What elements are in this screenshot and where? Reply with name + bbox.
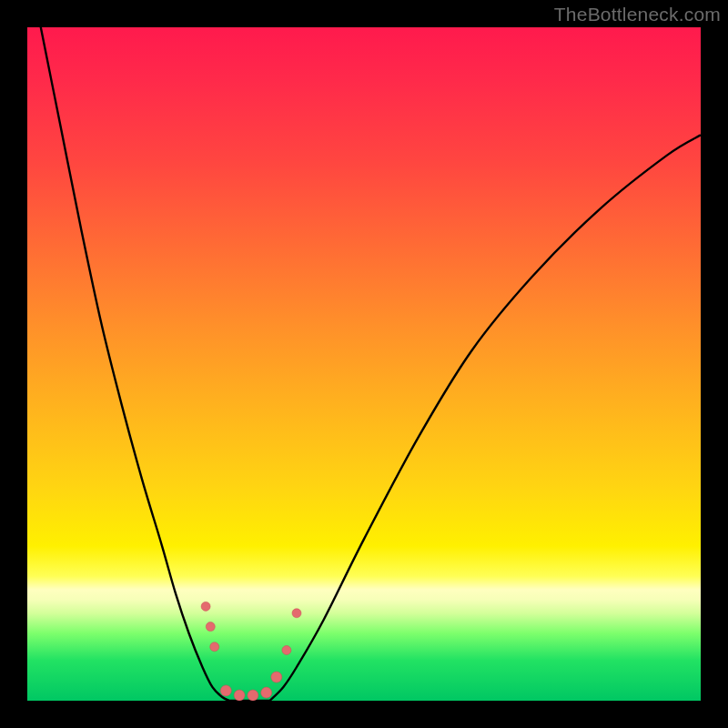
data-marker <box>261 687 272 698</box>
bottleneck-curve <box>27 27 701 701</box>
data-marker <box>248 690 258 701</box>
data-marker <box>210 642 219 652</box>
data-marker <box>292 609 301 618</box>
data-marker <box>220 685 231 696</box>
chart-stage: TheBottleneck.com <box>0 0 728 728</box>
data-marker <box>271 672 282 682</box>
data-marker <box>234 690 245 701</box>
data-marker <box>201 602 210 611</box>
data-marker <box>282 646 291 655</box>
watermark-text: TheBottleneck.com <box>554 4 721 25</box>
data-markers <box>201 602 301 701</box>
plot-area <box>27 27 701 701</box>
data-marker <box>206 622 215 632</box>
curve-svg <box>27 27 701 701</box>
bottleneck-curve-path <box>27 27 701 701</box>
